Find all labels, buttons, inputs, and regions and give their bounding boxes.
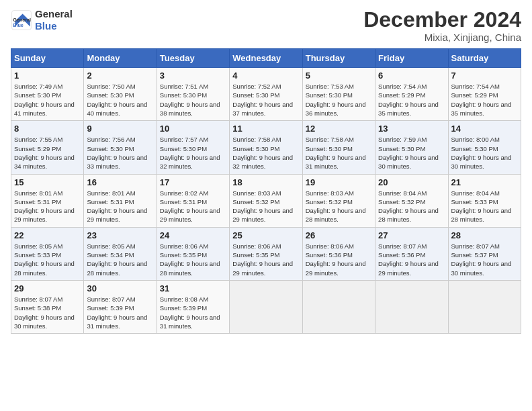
day-number: 24 bbox=[160, 230, 226, 240]
day-info: Sunrise: 8:04 AMSunset: 5:32 PMDaylight:… bbox=[378, 189, 445, 224]
day-number: 12 bbox=[306, 124, 372, 134]
logo-line2: Blue bbox=[35, 20, 73, 32]
day-info: Sunrise: 8:08 AMSunset: 5:39 PMDaylight:… bbox=[160, 295, 226, 330]
calendar-cell: 10Sunrise: 7:57 AMSunset: 5:30 PMDayligh… bbox=[157, 121, 229, 174]
calendar-week-row: 29Sunrise: 8:07 AMSunset: 5:38 PMDayligh… bbox=[11, 280, 521, 333]
day-number: 2 bbox=[87, 71, 153, 81]
day-info: Sunrise: 8:00 AMSunset: 5:30 PMDaylight:… bbox=[451, 135, 518, 171]
weekday-header: Friday bbox=[375, 49, 448, 68]
calendar-cell: 6Sunrise: 7:54 AMSunset: 5:29 PMDaylight… bbox=[375, 68, 448, 121]
day-number: 26 bbox=[306, 230, 372, 240]
day-info: Sunrise: 8:07 AMSunset: 5:39 PMDaylight:… bbox=[87, 295, 153, 330]
calendar-week-row: 22Sunrise: 8:05 AMSunset: 5:33 PMDayligh… bbox=[11, 227, 521, 280]
day-info: Sunrise: 8:06 AMSunset: 5:35 PMDaylight:… bbox=[160, 242, 226, 277]
day-info: Sunrise: 7:54 AMSunset: 5:29 PMDaylight:… bbox=[451, 82, 518, 118]
calendar-cell: 3Sunrise: 7:51 AMSunset: 5:30 PMDaylight… bbox=[157, 68, 229, 121]
weekday-header: Thursday bbox=[302, 49, 375, 68]
day-number: 25 bbox=[232, 230, 299, 240]
calendar-cell: 20Sunrise: 8:04 AMSunset: 5:32 PMDayligh… bbox=[375, 174, 448, 227]
day-info: Sunrise: 7:58 AMSunset: 5:30 PMDaylight:… bbox=[306, 135, 372, 171]
calendar-cell bbox=[230, 280, 302, 333]
calendar-cell: 14Sunrise: 8:00 AMSunset: 5:30 PMDayligh… bbox=[448, 121, 521, 174]
calendar-cell: 23Sunrise: 8:05 AMSunset: 5:34 PMDayligh… bbox=[84, 227, 157, 280]
day-number: 23 bbox=[87, 230, 153, 240]
weekday-header: Tuesday bbox=[157, 49, 229, 68]
day-number: 20 bbox=[378, 177, 445, 187]
day-number: 21 bbox=[451, 177, 518, 187]
day-info: Sunrise: 7:49 AMSunset: 5:30 PMDaylight:… bbox=[14, 82, 81, 118]
day-info: Sunrise: 8:05 AMSunset: 5:33 PMDaylight:… bbox=[14, 242, 81, 277]
svg-text:Blue: Blue bbox=[13, 22, 24, 28]
day-number: 15 bbox=[14, 177, 81, 187]
calendar-cell: 13Sunrise: 7:59 AMSunset: 5:30 PMDayligh… bbox=[375, 121, 448, 174]
header-row: SundayMondayTuesdayWednesdayThursdayFrid… bbox=[11, 49, 521, 68]
logo-icon: General Blue bbox=[11, 9, 32, 31]
day-info: Sunrise: 8:03 AMSunset: 5:32 PMDaylight:… bbox=[232, 189, 299, 224]
day-info: Sunrise: 8:01 AMSunset: 5:31 PMDaylight:… bbox=[14, 189, 81, 224]
calendar-cell: 4Sunrise: 7:52 AMSunset: 5:30 PMDaylight… bbox=[230, 68, 302, 121]
day-info: Sunrise: 7:55 AMSunset: 5:29 PMDaylight:… bbox=[14, 135, 81, 171]
day-info: Sunrise: 8:07 AMSunset: 5:36 PMDaylight:… bbox=[378, 242, 445, 277]
calendar-week-row: 15Sunrise: 8:01 AMSunset: 5:31 PMDayligh… bbox=[11, 174, 521, 227]
weekday-header: Sunday bbox=[11, 49, 84, 68]
calendar-cell bbox=[448, 280, 521, 333]
day-info: Sunrise: 7:50 AMSunset: 5:30 PMDaylight:… bbox=[87, 82, 153, 118]
logo: General Blue General Blue bbox=[11, 8, 73, 32]
day-info: Sunrise: 7:53 AMSunset: 5:30 PMDaylight:… bbox=[306, 82, 372, 118]
day-number: 9 bbox=[87, 124, 153, 134]
calendar-table: SundayMondayTuesdayWednesdayThursdayFrid… bbox=[11, 48, 521, 334]
day-info: Sunrise: 8:03 AMSunset: 5:32 PMDaylight:… bbox=[306, 189, 372, 224]
day-number: 6 bbox=[378, 71, 445, 81]
calendar-cell: 19Sunrise: 8:03 AMSunset: 5:32 PMDayligh… bbox=[302, 174, 375, 227]
calendar-cell: 12Sunrise: 7:58 AMSunset: 5:30 PMDayligh… bbox=[302, 121, 375, 174]
calendar-cell: 22Sunrise: 8:05 AMSunset: 5:33 PMDayligh… bbox=[11, 227, 84, 280]
calendar-cell: 17Sunrise: 8:02 AMSunset: 5:31 PMDayligh… bbox=[157, 174, 229, 227]
day-info: Sunrise: 7:51 AMSunset: 5:30 PMDaylight:… bbox=[160, 82, 226, 118]
day-number: 30 bbox=[87, 283, 153, 293]
calendar-cell bbox=[302, 280, 375, 333]
day-number: 29 bbox=[14, 283, 81, 293]
day-number: 14 bbox=[451, 124, 518, 134]
weekday-header: Saturday bbox=[448, 49, 521, 68]
day-number: 13 bbox=[378, 124, 445, 134]
day-number: 10 bbox=[160, 124, 226, 134]
calendar-cell: 15Sunrise: 8:01 AMSunset: 5:31 PMDayligh… bbox=[11, 174, 84, 227]
calendar-cell bbox=[375, 280, 448, 333]
day-info: Sunrise: 8:06 AMSunset: 5:35 PMDaylight:… bbox=[232, 242, 299, 277]
day-number: 5 bbox=[306, 71, 372, 81]
title-block: December 2024 Mixia, Xinjiang, China bbox=[363, 8, 521, 43]
calendar-cell: 2Sunrise: 7:50 AMSunset: 5:30 PMDaylight… bbox=[84, 68, 157, 121]
calendar-header: SundayMondayTuesdayWednesdayThursdayFrid… bbox=[11, 49, 521, 68]
day-number: 22 bbox=[14, 230, 81, 240]
day-number: 11 bbox=[232, 124, 299, 134]
calendar-cell: 26Sunrise: 8:06 AMSunset: 5:36 PMDayligh… bbox=[302, 227, 375, 280]
day-info: Sunrise: 7:59 AMSunset: 5:30 PMDaylight:… bbox=[378, 135, 445, 171]
day-info: Sunrise: 8:06 AMSunset: 5:36 PMDaylight:… bbox=[306, 242, 372, 277]
calendar-body: 1Sunrise: 7:49 AMSunset: 5:30 PMDaylight… bbox=[11, 68, 521, 334]
day-number: 4 bbox=[232, 71, 299, 81]
calendar-cell: 25Sunrise: 8:06 AMSunset: 5:35 PMDayligh… bbox=[230, 227, 302, 280]
day-number: 28 bbox=[451, 230, 518, 240]
calendar-cell: 30Sunrise: 8:07 AMSunset: 5:39 PMDayligh… bbox=[84, 280, 157, 333]
header: General Blue General Blue December 2024 … bbox=[11, 8, 521, 43]
day-info: Sunrise: 7:58 AMSunset: 5:30 PMDaylight:… bbox=[232, 135, 299, 171]
day-info: Sunrise: 8:07 AMSunset: 5:37 PMDaylight:… bbox=[451, 242, 518, 277]
day-info: Sunrise: 7:57 AMSunset: 5:30 PMDaylight:… bbox=[160, 135, 226, 171]
day-info: Sunrise: 8:04 AMSunset: 5:33 PMDaylight:… bbox=[451, 189, 518, 224]
day-info: Sunrise: 8:01 AMSunset: 5:31 PMDaylight:… bbox=[87, 189, 153, 224]
day-info: Sunrise: 7:52 AMSunset: 5:30 PMDaylight:… bbox=[232, 82, 299, 118]
day-number: 8 bbox=[14, 124, 81, 134]
calendar-cell: 16Sunrise: 8:01 AMSunset: 5:31 PMDayligh… bbox=[84, 174, 157, 227]
day-number: 27 bbox=[378, 230, 445, 240]
day-info: Sunrise: 7:54 AMSunset: 5:29 PMDaylight:… bbox=[378, 82, 445, 118]
day-number: 31 bbox=[160, 283, 226, 293]
page-container: General Blue General Blue December 2024 … bbox=[0, 0, 532, 342]
calendar-cell: 28Sunrise: 8:07 AMSunset: 5:37 PMDayligh… bbox=[448, 227, 521, 280]
day-number: 16 bbox=[87, 177, 153, 187]
day-info: Sunrise: 8:07 AMSunset: 5:38 PMDaylight:… bbox=[14, 295, 81, 330]
logo-text-block: General Blue bbox=[35, 8, 73, 32]
day-info: Sunrise: 8:05 AMSunset: 5:34 PMDaylight:… bbox=[87, 242, 153, 277]
calendar-cell: 8Sunrise: 7:55 AMSunset: 5:29 PMDaylight… bbox=[11, 121, 84, 174]
calendar-cell: 7Sunrise: 7:54 AMSunset: 5:29 PMDaylight… bbox=[448, 68, 521, 121]
day-info: Sunrise: 7:56 AMSunset: 5:30 PMDaylight:… bbox=[87, 135, 153, 171]
